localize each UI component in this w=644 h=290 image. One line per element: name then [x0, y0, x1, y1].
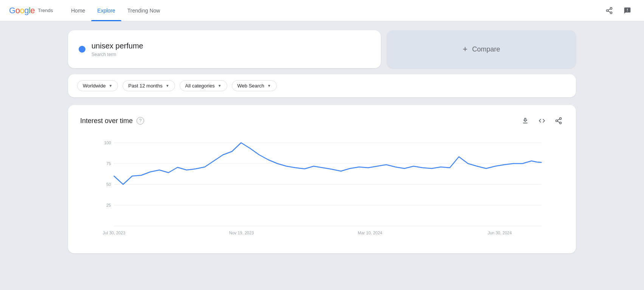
compare-plus-icon: +	[463, 44, 468, 54]
chart-share-icon	[555, 117, 562, 125]
feedback-button[interactable]	[620, 3, 635, 18]
search-term-text: unisex perfume	[92, 42, 143, 50]
x-label-nov2023: Nov 19, 2023	[229, 231, 254, 235]
download-icon	[521, 117, 529, 125]
y-label-75: 75	[106, 161, 111, 166]
feedback-icon	[624, 7, 631, 14]
x-label-mar2024: Mar 10, 2024	[358, 231, 382, 235]
nav-trending-now[interactable]: Trending Now	[121, 0, 166, 21]
svg-line-8	[557, 121, 560, 122]
main-content: unisex perfume Search term + Compare Wor…	[0, 21, 644, 262]
header-actions	[602, 3, 635, 18]
category-filter[interactable]: All categories ▼	[180, 80, 227, 91]
chart-title: Interest over time	[80, 117, 133, 125]
google-trends-logo[interactable]: Google Trends	[9, 6, 53, 16]
chart-header: Interest over time ?	[80, 115, 564, 126]
compare-label: Compare	[472, 45, 500, 53]
filters-row: Worldwide ▼ Past 12 months ▼ All categor…	[68, 74, 576, 97]
google-wordmark: Google	[9, 6, 35, 16]
svg-line-4	[608, 9, 610, 10]
category-filter-label: All categories	[185, 83, 215, 89]
main-nav: Home Explore Trending Now	[65, 0, 602, 21]
help-icon[interactable]: ?	[137, 117, 144, 125]
trends-wordmark: Trends	[38, 8, 53, 13]
time-chevron-icon: ▼	[166, 84, 169, 88]
search-term-sub: Search term	[92, 52, 143, 57]
y-label-100: 100	[104, 140, 111, 145]
trend-chart: 100 75 50 25 Jul 30, 2023 Nov 19, 2023 M…	[80, 135, 564, 241]
y-label-50: 50	[106, 182, 111, 187]
embed-icon	[538, 117, 546, 125]
time-filter[interactable]: Past 12 months ▼	[123, 80, 175, 91]
search-row: unisex perfume Search term + Compare	[68, 30, 576, 68]
chart-title-row: Interest over time ?	[80, 117, 144, 125]
download-button[interactable]	[520, 115, 531, 126]
chart-card: Interest over time ?	[68, 105, 576, 253]
x-label-jun2024: Jun 30, 2024	[488, 231, 512, 235]
nav-explore[interactable]: Explore	[91, 0, 121, 21]
share-button[interactable]	[602, 3, 617, 18]
category-chevron-icon: ▼	[218, 84, 222, 88]
nav-home[interactable]: Home	[65, 0, 91, 21]
svg-line-3	[608, 11, 610, 12]
header: Google Trends Home Explore Trending Now	[0, 0, 644, 21]
search-term-card: unisex perfume Search term	[68, 30, 381, 68]
chart-actions	[520, 115, 564, 126]
svg-line-9	[557, 119, 560, 120]
chart-share-button[interactable]	[553, 115, 564, 126]
compare-card[interactable]: + Compare	[387, 30, 576, 68]
x-label-jul2023: Jul 30, 2023	[103, 231, 126, 235]
type-filter-label: Web Search	[237, 83, 264, 89]
embed-button[interactable]	[537, 115, 547, 126]
chart-container: 100 75 50 25 Jul 30, 2023 Nov 19, 2023 M…	[80, 135, 564, 243]
share-icon	[605, 7, 613, 14]
type-filter[interactable]: Web Search ▼	[232, 80, 277, 91]
search-term-info: unisex perfume Search term	[92, 42, 143, 57]
y-label-25: 25	[106, 203, 111, 207]
time-filter-label: Past 12 months	[128, 83, 162, 89]
region-filter-label: Worldwide	[83, 83, 106, 89]
type-chevron-icon: ▼	[267, 84, 271, 88]
region-filter[interactable]: Worldwide ▼	[77, 80, 118, 91]
search-dot	[79, 46, 85, 53]
region-chevron-icon: ▼	[109, 84, 112, 88]
